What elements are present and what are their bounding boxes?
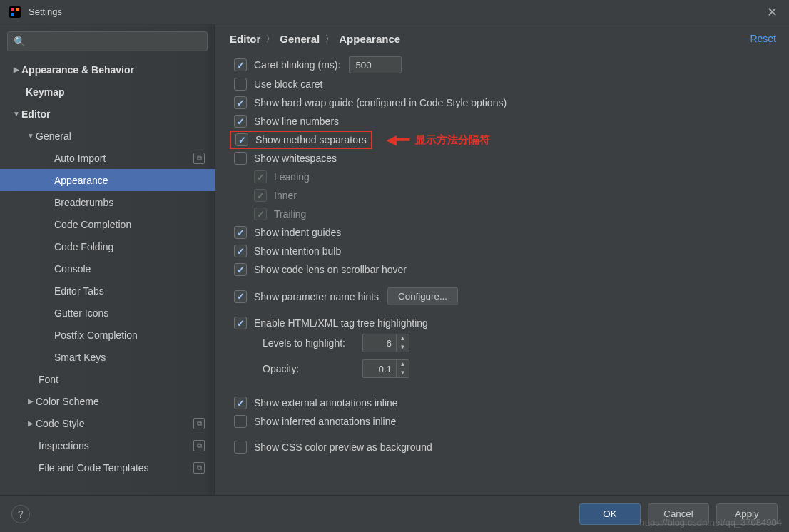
chevron-right-icon: ▶ bbox=[11, 66, 21, 73]
spin-down-icon[interactable]: ▼ bbox=[397, 343, 409, 352]
label-html-tag: Enable HTML/XML tag tree highlighting bbox=[254, 317, 428, 329]
settings-search[interactable]: 🔍 bbox=[7, 31, 208, 51]
chevron-down-icon: ▼ bbox=[11, 110, 21, 118]
tree-gutter-icons[interactable]: Gutter Icons bbox=[0, 302, 215, 324]
annotation-callout: ◀━━ 显示方法分隔符 bbox=[387, 132, 490, 148]
checkbox-intention-bulb[interactable] bbox=[234, 245, 247, 257]
chevron-right-icon: ▶ bbox=[26, 419, 36, 427]
opt-whitespaces: Show whitespaces bbox=[230, 149, 775, 168]
content-panel: Editor 〉 General 〉 Appearance Reset Care… bbox=[215, 24, 789, 495]
crumb-editor[interactable]: Editor bbox=[230, 33, 260, 45]
svg-rect-1 bbox=[11, 8, 14, 11]
checkbox-param-hints[interactable] bbox=[234, 290, 247, 303]
tree-smart-keys[interactable]: Smart Keys bbox=[0, 346, 215, 368]
spinner-opacity[interactable]: ▲▼ bbox=[362, 359, 409, 378]
search-input[interactable] bbox=[29, 36, 201, 47]
opt-indent-guides: Show indent guides bbox=[230, 223, 775, 242]
tree-file-templates[interactable]: File and Code Templates⧉ bbox=[0, 456, 215, 479]
tree-editor[interactable]: ▼Editor bbox=[0, 103, 215, 125]
tree-inspections[interactable]: Inspections⧉ bbox=[0, 434, 215, 456]
checkbox-ext-annot[interactable] bbox=[234, 397, 247, 409]
checkbox-code-lens[interactable] bbox=[234, 263, 247, 276]
tree-general[interactable]: ▼General bbox=[0, 125, 215, 147]
checkbox-inf-annot[interactable] bbox=[234, 415, 247, 428]
project-badge-icon: ⧉ bbox=[193, 153, 205, 164]
opt-trailing: Trailing bbox=[250, 205, 775, 223]
label-line-numbers: Show line numbers bbox=[254, 116, 339, 127]
opt-opacity: Opacity: ▲▼ bbox=[258, 358, 775, 379]
window-title: Settings bbox=[29, 6, 62, 17]
tree-auto-import[interactable]: Auto Import⧉ bbox=[0, 147, 215, 169]
label-levels: Levels to highlight: bbox=[263, 337, 362, 349]
label-param-hints: Show parameter name hints bbox=[254, 291, 379, 302]
configure-button[interactable]: Configure... bbox=[387, 287, 458, 305]
label-css-preview: Show CSS color preview as background bbox=[254, 441, 432, 453]
tree-console[interactable]: Console bbox=[0, 257, 215, 280]
label-caret-blinking: Caret blinking (ms): bbox=[254, 59, 340, 71]
opt-html-tag: Enable HTML/XML tag tree highlighting bbox=[230, 314, 775, 332]
checkbox-leading bbox=[254, 170, 267, 183]
label-inf-annot: Show inferred annotations inline bbox=[254, 416, 396, 427]
tree-code-folding[interactable]: Code Folding bbox=[0, 235, 215, 257]
spinner-levels[interactable]: ▲▼ bbox=[362, 334, 409, 352]
reset-link[interactable]: Reset bbox=[750, 33, 776, 44]
checkbox-method-separators[interactable] bbox=[235, 133, 248, 146]
opt-hard-wrap: Show hard wrap guide (configured in Code… bbox=[230, 93, 775, 112]
checkbox-css-preview[interactable] bbox=[234, 441, 247, 454]
label-opacity: Opacity: bbox=[263, 363, 362, 374]
checkbox-block-caret[interactable] bbox=[234, 78, 247, 91]
checkbox-html-tag[interactable] bbox=[234, 317, 247, 329]
cancel-button[interactable]: Cancel bbox=[648, 503, 709, 525]
app-logo-icon bbox=[9, 6, 21, 19]
chevron-right-icon: 〉 bbox=[325, 34, 333, 44]
dialog-footer: ? OK Cancel Apply bbox=[0, 495, 789, 532]
tree-color-scheme[interactable]: ▶Color Scheme bbox=[0, 390, 215, 412]
main-area: 🔍 ▶Appearance & Behavior Keymap ▼Editor … bbox=[0, 24, 789, 495]
opt-param-hints: Show parameter name hints Configure... bbox=[230, 286, 775, 307]
opt-levels: Levels to highlight: ▲▼ bbox=[258, 332, 775, 354]
crumb-general[interactable]: General bbox=[280, 33, 320, 45]
close-icon[interactable]: ✕ bbox=[763, 4, 780, 20]
label-inner: Inner bbox=[274, 190, 297, 201]
spin-up-icon[interactable]: ▲ bbox=[397, 334, 409, 343]
chevron-down-icon: ▼ bbox=[26, 132, 36, 140]
tree-editor-tabs[interactable]: Editor Tabs bbox=[0, 280, 215, 302]
help-button[interactable]: ? bbox=[11, 505, 30, 523]
checkbox-inner bbox=[254, 189, 267, 202]
breadcrumb: Editor 〉 General 〉 Appearance bbox=[230, 33, 775, 45]
svg-rect-2 bbox=[16, 8, 19, 11]
tree-breadcrumbs[interactable]: Breadcrumbs bbox=[0, 191, 215, 213]
label-intention-bulb: Show intention bulb bbox=[254, 245, 341, 257]
project-badge-icon: ⧉ bbox=[193, 462, 205, 474]
label-code-lens: Show code lens on scrollbar hover bbox=[254, 264, 407, 275]
opt-caret-blinking: Caret blinking (ms): bbox=[230, 55, 775, 75]
checkbox-caret-blinking[interactable] bbox=[234, 58, 247, 71]
apply-button[interactable]: Apply bbox=[716, 503, 778, 525]
tree-postfix-completion[interactable]: Postfix Completion bbox=[0, 324, 215, 346]
search-icon: 🔍 bbox=[14, 36, 26, 47]
checkbox-indent-guides[interactable] bbox=[234, 226, 247, 239]
sidebar: 🔍 ▶Appearance & Behavior Keymap ▼Editor … bbox=[0, 24, 215, 495]
input-levels[interactable] bbox=[363, 338, 396, 349]
input-opacity[interactable] bbox=[363, 364, 396, 374]
settings-tree: ▶Appearance & Behavior Keymap ▼Editor ▼G… bbox=[0, 57, 215, 479]
spin-up-icon[interactable]: ▲ bbox=[397, 360, 409, 369]
checkbox-hard-wrap[interactable] bbox=[234, 96, 247, 109]
tree-font[interactable]: Font bbox=[0, 368, 215, 390]
project-badge-icon: ⧉ bbox=[193, 440, 205, 451]
input-caret-ms[interactable] bbox=[349, 56, 402, 73]
tree-code-completion[interactable]: Code Completion bbox=[0, 213, 215, 235]
ok-button[interactable]: OK bbox=[579, 503, 641, 525]
tree-code-style[interactable]: ▶Code Style⧉ bbox=[0, 412, 215, 434]
title-bar: Settings ✕ bbox=[0, 0, 789, 24]
spin-down-icon[interactable]: ▼ bbox=[397, 369, 409, 377]
tree-appearance-behavior[interactable]: ▶Appearance & Behavior bbox=[0, 58, 215, 81]
chevron-right-icon: ▶ bbox=[26, 397, 36, 405]
opt-inf-annot: Show inferred annotations inline bbox=[230, 412, 775, 431]
checkbox-whitespaces[interactable] bbox=[234, 152, 247, 165]
tree-appearance[interactable]: Appearance bbox=[0, 169, 215, 191]
label-indent-guides: Show indent guides bbox=[254, 227, 341, 238]
highlighted-option: Show method separators bbox=[230, 131, 372, 149]
tree-keymap[interactable]: Keymap bbox=[0, 81, 215, 103]
checkbox-line-numbers[interactable] bbox=[234, 115, 247, 128]
